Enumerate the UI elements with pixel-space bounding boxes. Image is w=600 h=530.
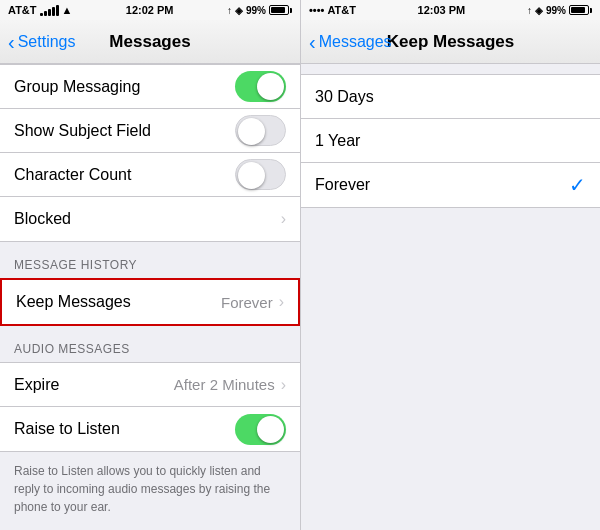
- left-signal-bars: [40, 5, 59, 16]
- right-status-right: ↑ ◈ 99%: [527, 5, 592, 16]
- keep-messages-chevron-icon: ›: [279, 293, 284, 311]
- expire-value: After 2 Minutes: [174, 376, 275, 393]
- left-panel: AT&T ▲ 12:02 PM ↑ ◈ 99% ‹: [0, 0, 300, 530]
- left-settings-list: Group Messaging Show Subject Field Chara…: [0, 64, 300, 530]
- keep-messages-right: Forever ›: [221, 293, 284, 311]
- option-forever-checkmark-icon: ✓: [569, 173, 586, 197]
- left-status-left: AT&T ▲: [8, 4, 72, 16]
- option-forever-row[interactable]: Forever ✓: [301, 163, 600, 207]
- signal-bar-4: [52, 7, 55, 16]
- option-1-year-label: 1 Year: [315, 132, 360, 150]
- keep-messages-value: Forever: [221, 294, 273, 311]
- left-location-icon: ◈: [235, 5, 243, 16]
- left-back-label: Settings: [18, 33, 76, 51]
- audio-messages-header: AUDIO MESSAGES: [0, 326, 300, 362]
- show-subject-field-label: Show Subject Field: [14, 122, 151, 140]
- group-messaging-label: Group Messaging: [14, 78, 140, 96]
- right-arrow-icon: ↑: [527, 5, 532, 16]
- blocked-row[interactable]: Blocked ›: [0, 197, 300, 241]
- raise-to-listen-thumb: [257, 416, 284, 443]
- blocked-right: ›: [281, 210, 286, 228]
- left-nav-title: Messages: [109, 32, 190, 52]
- group-messaging-toggle[interactable]: [235, 71, 286, 102]
- right-nav-bar: ‹ Messages Keep Messages: [301, 20, 600, 64]
- raise-to-listen-row[interactable]: Raise to Listen: [0, 407, 300, 451]
- left-time: 12:02 PM: [126, 4, 174, 16]
- message-history-header: MESSAGE HISTORY: [0, 242, 300, 278]
- right-location-icon: ◈: [535, 5, 543, 16]
- character-count-label: Character Count: [14, 166, 131, 184]
- right-time: 12:03 PM: [418, 4, 466, 16]
- left-carrier: AT&T: [8, 4, 37, 16]
- option-1-year-row[interactable]: 1 Year: [301, 119, 600, 163]
- signal-bar-5: [56, 5, 59, 16]
- option-30-days-row[interactable]: 30 Days: [301, 75, 600, 119]
- group-messaging-row[interactable]: Group Messaging: [0, 65, 300, 109]
- left-back-button[interactable]: ‹ Settings: [8, 32, 75, 52]
- keep-messages-row[interactable]: Keep Messages Forever ›: [2, 280, 298, 324]
- blocked-chevron-icon: ›: [281, 210, 286, 228]
- show-subject-field-toggle[interactable]: [235, 115, 286, 146]
- right-back-chevron-icon: ‹: [309, 32, 316, 52]
- signal-bar-1: [40, 13, 43, 16]
- right-status-bar: •••• AT&T 12:03 PM ↑ ◈ 99%: [301, 0, 600, 20]
- show-subject-field-row[interactable]: Show Subject Field: [0, 109, 300, 153]
- character-count-thumb: [238, 162, 265, 189]
- left-arrow-up-icon: ↑: [227, 5, 232, 16]
- character-count-toggle[interactable]: [235, 159, 286, 190]
- right-battery-pct: 99%: [546, 5, 566, 16]
- signal-bar-3: [48, 9, 51, 16]
- keep-messages-options-group: 30 Days 1 Year Forever ✓: [301, 74, 600, 208]
- left-status-right: ↑ ◈ 99%: [227, 5, 292, 16]
- raise-to-listen-toggle[interactable]: [235, 414, 286, 445]
- raise-to-listen-label: Raise to Listen: [14, 420, 120, 438]
- right-nav-title: Keep Messages: [387, 32, 515, 52]
- signal-bar-2: [44, 11, 47, 16]
- message-history-group: Keep Messages Forever ›: [0, 278, 300, 326]
- left-back-chevron-icon: ‹: [8, 32, 15, 52]
- right-settings-list: 30 Days 1 Year Forever ✓: [301, 64, 600, 530]
- blocked-label: Blocked: [14, 210, 71, 228]
- raise-to-listen-description: Raise to Listen allows you to quickly li…: [0, 452, 300, 526]
- right-back-button[interactable]: ‹ Messages: [309, 32, 392, 52]
- group-messaging-thumb: [257, 73, 284, 100]
- left-battery-pct: 99%: [246, 5, 266, 16]
- right-panel: •••• AT&T 12:03 PM ↑ ◈ 99% ‹ Messages Ke…: [300, 0, 600, 530]
- message-history-section: MESSAGE HISTORY Keep Messages Forever ›: [0, 242, 300, 326]
- audio-messages-group: Expire After 2 Minutes › Raise to Listen: [0, 362, 300, 452]
- show-subject-field-thumb: [238, 118, 265, 145]
- character-count-row[interactable]: Character Count: [0, 153, 300, 197]
- expire-label: Expire: [14, 376, 59, 394]
- wifi-icon: ▲: [62, 4, 73, 16]
- option-forever-label: Forever: [315, 176, 370, 194]
- right-back-label: Messages: [319, 33, 392, 51]
- expire-chevron-icon: ›: [281, 376, 286, 394]
- main-settings-group: Group Messaging Show Subject Field Chara…: [0, 64, 300, 242]
- left-nav-bar: ‹ Settings Messages: [0, 20, 300, 64]
- expire-right: After 2 Minutes ›: [174, 376, 286, 394]
- right-carrier: ••••: [309, 4, 324, 16]
- right-carrier-name: AT&T: [327, 4, 356, 16]
- left-status-bar: AT&T ▲ 12:02 PM ↑ ◈ 99%: [0, 0, 300, 20]
- right-battery-icon: [569, 5, 592, 15]
- right-status-left: •••• AT&T: [309, 4, 356, 16]
- option-30-days-label: 30 Days: [315, 88, 374, 106]
- audio-messages-section: AUDIO MESSAGES Expire After 2 Minutes › …: [0, 326, 300, 452]
- left-battery-icon: [269, 5, 292, 15]
- keep-messages-label: Keep Messages: [16, 293, 131, 311]
- expire-row[interactable]: Expire After 2 Minutes ›: [0, 363, 300, 407]
